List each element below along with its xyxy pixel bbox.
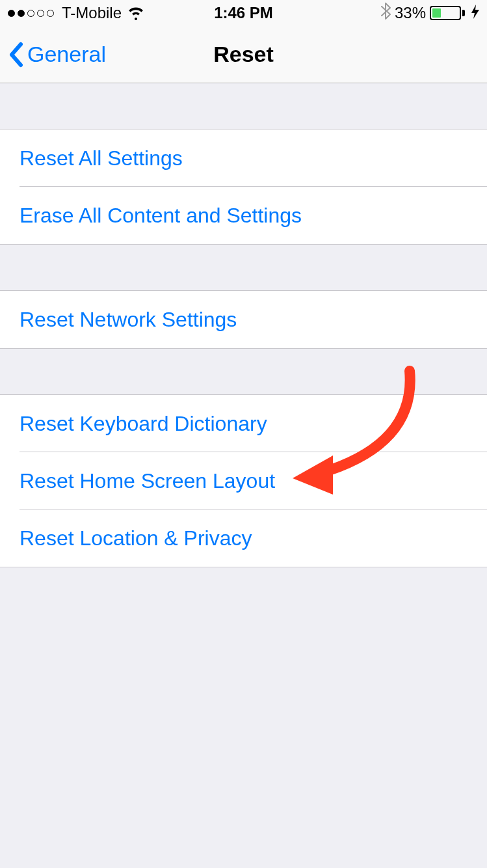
page-title: Reset: [213, 42, 274, 67]
status-bar: T-Mobile 1:46 PM 33%: [0, 0, 487, 26]
reset-location-privacy-item[interactable]: Reset Location & Privacy: [0, 509, 487, 567]
list-group: Reset All Settings Erase All Content and…: [0, 129, 487, 245]
back-button[interactable]: General: [8, 42, 106, 68]
list-group: Reset Keyboard Dictionary Reset Home Scr…: [0, 394, 487, 567]
nav-bar: General Reset: [0, 26, 487, 83]
list-group: Reset Network Settings: [0, 290, 487, 349]
back-label: General: [27, 42, 106, 67]
battery-icon: [430, 6, 465, 20]
reset-all-settings-item[interactable]: Reset All Settings: [0, 129, 487, 187]
bluetooth-icon: [380, 3, 391, 23]
reset-keyboard-dictionary-item[interactable]: Reset Keyboard Dictionary: [0, 395, 487, 452]
chevron-left-icon: [8, 42, 23, 68]
item-label: Reset Location & Privacy: [20, 526, 252, 550]
section-spacer: [0, 349, 487, 394]
reset-home-screen-layout-item[interactable]: Reset Home Screen Layout: [0, 452, 487, 509]
item-label: Erase All Content and Settings: [20, 204, 302, 228]
item-label: Reset All Settings: [20, 146, 183, 170]
status-right: 33%: [380, 3, 479, 23]
wifi-icon: [127, 6, 145, 20]
clock: 1:46 PM: [214, 4, 273, 22]
charging-icon: [471, 5, 479, 22]
section-spacer: [0, 83, 487, 129]
battery-percent: 33%: [395, 4, 426, 22]
reset-network-settings-item[interactable]: Reset Network Settings: [0, 291, 487, 348]
status-left: T-Mobile: [8, 4, 145, 22]
signal-strength-icon: [8, 10, 54, 17]
carrier-label: T-Mobile: [62, 4, 122, 22]
item-label: Reset Keyboard Dictionary: [20, 412, 267, 436]
section-spacer: [0, 245, 487, 290]
item-label: Reset Home Screen Layout: [20, 469, 275, 493]
item-label: Reset Network Settings: [20, 308, 237, 332]
erase-all-content-item[interactable]: Erase All Content and Settings: [0, 187, 487, 244]
